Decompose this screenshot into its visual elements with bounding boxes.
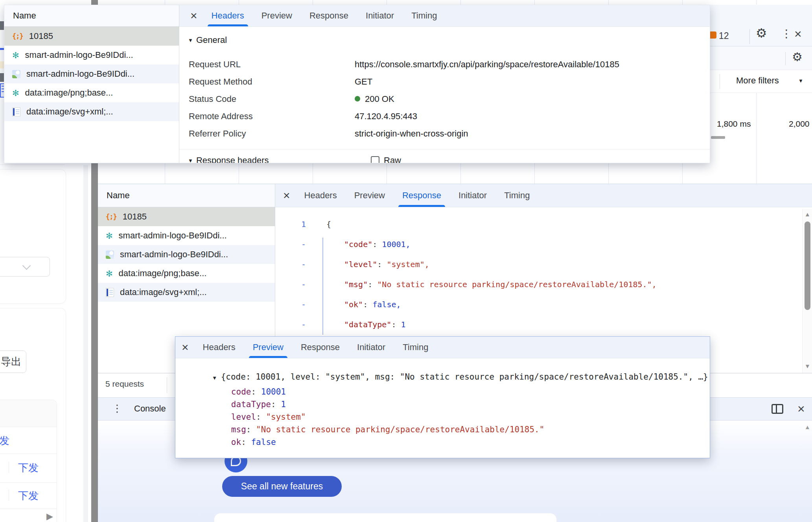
close-drawer-icon[interactable]: × [797, 402, 805, 415]
request-list-column: Name {;} 10185 ✻ smart-admin-logo-Be9IDd… [4, 5, 179, 163]
dispatch-link[interactable]: 下发 [18, 489, 39, 503]
response-scrollbar[interactable]: ▲ ▼ [802, 209, 812, 373]
kv-label: Referrer Policy [189, 129, 355, 139]
requests-count: 5 requests [105, 379, 144, 389]
export-button[interactable]: 导出 [0, 350, 26, 373]
json-property-row[interactable]: ok: false [201, 428, 276, 456]
request-row[interactable]: ✻ smart-admin-logo-Be9IDdi... [98, 226, 275, 245]
status-ok-dot-icon [355, 96, 360, 101]
tab-initiator[interactable]: Initiator [458, 184, 487, 207]
detail-tabbar: × Headers Preview Response Initiator Tim… [175, 337, 710, 358]
tab-headers[interactable]: Headers [304, 184, 337, 207]
select-field[interactable] [0, 257, 50, 277]
raw-checkbox[interactable] [371, 156, 379, 163]
split-panel-icon[interactable] [771, 404, 783, 414]
tab-headers[interactable]: Headers [203, 337, 236, 358]
request-row[interactable]: ✻ data:image/png;base... [98, 264, 275, 283]
request-list-header[interactable]: Name [98, 184, 275, 207]
header-kv-row: Referrer Policy strict-origin-when-cross… [189, 129, 468, 139]
page-scrollbar-track[interactable] [83, 165, 88, 522]
dispatch-link[interactable]: 下发 [0, 434, 9, 448]
tab-timing[interactable]: Timing [411, 5, 437, 26]
request-row[interactable]: {;} 10185 [4, 27, 179, 46]
close-panel-icon[interactable]: × [283, 190, 290, 201]
image-thumbnail-icon [106, 251, 114, 259]
response-json-editor[interactable]: 1 { - "code": 10001, - "level": "system"… [295, 214, 766, 348]
request-name: 10185 [123, 212, 147, 222]
request-popup-preview: × Headers Preview Response Initiator Tim… [175, 336, 710, 458]
see-all-new-features-button[interactable]: See all new features [222, 476, 342, 497]
close-panel-icon[interactable]: × [182, 341, 189, 353]
tab-initiator[interactable]: Initiator [357, 337, 385, 358]
drawer-menu-dots-icon[interactable]: ⋮ [112, 403, 122, 413]
network-settings-gear-icon[interactable]: ⚙ [792, 51, 803, 63]
chevron-down-icon [22, 262, 31, 270]
expand-play-icon[interactable]: ▶ [46, 511, 53, 522]
dispatch-link[interactable]: 下发 [18, 461, 39, 475]
request-name: smart-admin-logo-Be9IDdi... [25, 50, 133, 60]
json-request-icon: {;} [106, 213, 117, 221]
close-devtools-icon[interactable]: × [794, 28, 802, 40]
tab-response[interactable]: Response [402, 184, 441, 207]
request-row[interactable]: smart-admin-logo-Be9IDdi... [98, 245, 275, 264]
tab-timing[interactable]: Timing [504, 184, 530, 207]
kv-value: strict-origin-when-cross-origin [355, 129, 468, 139]
scroll-up-icon[interactable]: ▲ [805, 211, 810, 217]
disclosure-triangle-icon: ▼ [188, 158, 193, 164]
close-panel-icon[interactable]: × [190, 10, 197, 22]
network-actionbar-fragment: ⚙ [710, 46, 812, 70]
tab-response[interactable]: Response [301, 337, 340, 358]
waterfall-tick-2000: 2,000 [789, 119, 810, 129]
tab-response[interactable]: Response [309, 5, 348, 26]
filterbar-separator [720, 74, 720, 89]
scrollbar-thumb[interactable] [805, 221, 810, 310]
scroll-down-icon[interactable]: ▼ [805, 363, 810, 369]
request-name: 10185 [29, 31, 53, 41]
scroll-up-icon[interactable]: ▲ [805, 424, 810, 430]
tab-headers[interactable]: Headers [212, 5, 244, 26]
request-row[interactable]: smart-admin-logo-Be9IDdi... [4, 65, 179, 83]
fold-marker[interactable]: - [295, 280, 313, 289]
line-number: 1 [295, 219, 313, 229]
fold-marker[interactable]: - [295, 300, 313, 309]
request-row[interactable]: {;} 10185 [98, 207, 275, 226]
table-header-row [0, 400, 57, 427]
tab-preview[interactable]: Preview [354, 184, 385, 207]
form-card [0, 169, 66, 304]
request-row[interactable]: ✻ smart-admin-logo-Be9IDdi... [4, 46, 179, 65]
settings-gear-icon[interactable]: ⚙ [756, 27, 767, 39]
request-list-header[interactable]: Name [4, 5, 179, 27]
request-detail-column: × Headers Preview Response Initiator Tim… [179, 5, 710, 163]
more-filters-dropdown[interactable]: More filters [736, 76, 779, 86]
kv-label: Status Code [189, 94, 355, 104]
tab-preview[interactable]: Preview [253, 337, 284, 358]
statusbar-separator [167, 377, 167, 393]
svg-thumbnail-icon [12, 107, 20, 116]
tab-timing[interactable]: Timing [403, 337, 428, 358]
tab-initiator[interactable]: Initiator [366, 5, 394, 26]
image-thumbnail-icon [12, 70, 20, 78]
kv-value: https://console.smartxfjy.cn/api/parking… [355, 59, 619, 70]
json-request-icon: {;} [12, 32, 23, 40]
response-headers-section-header[interactable]: ▼ Response headers [188, 155, 269, 163]
console-drawer-tab[interactable]: Console [134, 404, 166, 414]
header-kv-row: Request Method GET [189, 77, 372, 87]
disclosure-triangle-icon: ▼ [188, 37, 193, 43]
waterfall-request-bar[interactable] [711, 136, 725, 139]
request-row[interactable]: data:image/svg+xml;... [4, 102, 179, 121]
app-sidebar-fragment [0, 21, 4, 30]
table-card: 导出 下发 下发 下发 ▶ [0, 308, 66, 522]
request-name: data:image/png;base... [25, 88, 113, 98]
cta-label: See all new features [241, 481, 323, 492]
request-row[interactable]: data:image/svg+xml;... [98, 283, 275, 302]
request-row[interactable]: ✻ data:image/png;base... [4, 83, 179, 102]
issues-count[interactable]: 12 [719, 31, 729, 41]
general-section-header[interactable]: ▼ General [188, 35, 227, 45]
table-row: 下发 [0, 454, 57, 483]
fold-marker[interactable]: - [295, 260, 313, 269]
fold-marker[interactable]: - [295, 320, 313, 329]
app-sidebar-fragment [0, 73, 4, 82]
more-options-icon[interactable]: ⋮ [781, 28, 792, 39]
fold-marker[interactable]: - [295, 240, 313, 249]
tab-preview[interactable]: Preview [261, 5, 292, 26]
